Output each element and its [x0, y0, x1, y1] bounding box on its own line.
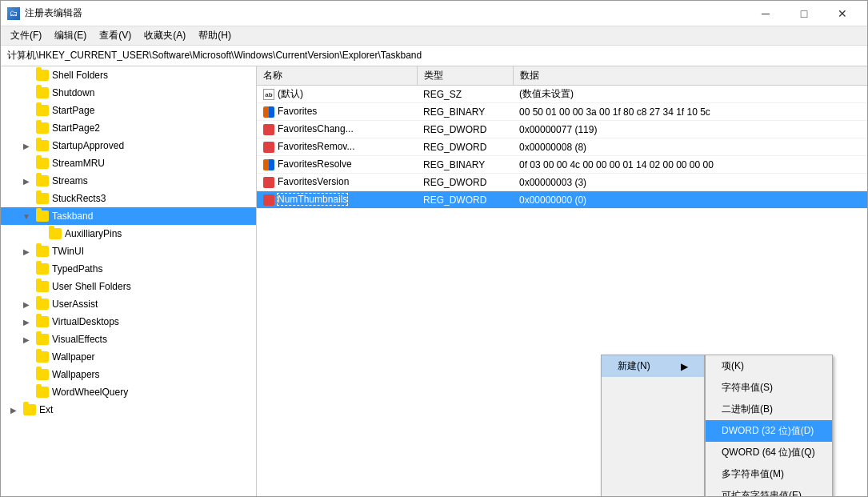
tree-label: User Shell Folders — [52, 281, 131, 292]
name-text: NumThumbnails — [278, 194, 347, 205]
tree-item[interactable]: Shell Folders — [1, 66, 256, 84]
tree-item[interactable]: ▶VirtualDesktops — [1, 313, 256, 331]
name-text: FavoritesRemov... — [278, 141, 354, 152]
window-controls: ─ □ ✕ — [747, 2, 861, 26]
folder-icon — [49, 228, 62, 239]
folder-icon — [36, 369, 49, 380]
table-row[interactable]: FavoritesResolve REG_BINARY 0f 03 00 00 … — [257, 156, 867, 174]
folder-icon — [36, 351, 49, 363]
sub-menu-item[interactable]: 项(K) — [706, 355, 832, 377]
menu-favorites[interactable]: 收藏夹(A) — [138, 27, 192, 44]
expand-spacer — [20, 122, 33, 134]
tree-item[interactable]: ▶StartupApproved — [1, 137, 256, 154]
tree-item[interactable]: ▶VisualEffects — [1, 331, 256, 348]
col-type[interactable]: 类型 — [417, 66, 513, 86]
folder-icon — [36, 193, 49, 204]
table-row[interactable]: ab(默认) REG_SZ (数值未设置) — [257, 86, 867, 103]
expand-icon[interactable]: ▶ — [20, 315, 33, 328]
expand-spacer — [20, 69, 33, 82]
table-row[interactable]: FavoritesVersion REG_DWORD 0x00000003 (3… — [257, 174, 867, 191]
new-label: 新建(N) — [618, 359, 650, 373]
folder-icon — [36, 299, 49, 310]
window-title: 注册表编辑器 — [25, 6, 747, 20]
context-menu-new[interactable]: 新建(N) ▶ — [602, 355, 704, 377]
expand-icon[interactable]: ▶ — [20, 298, 33, 311]
tree-item[interactable]: ▶Streams — [1, 172, 256, 190]
reg-icon-binary — [263, 106, 274, 118]
tree-pane: Shell FoldersShutdownStartPageStartPage2… — [1, 66, 257, 496]
tree-item[interactable]: User Shell Folders — [1, 278, 256, 295]
col-name[interactable]: 名称 — [257, 66, 417, 86]
tree-item[interactable]: Shutdown — [1, 84, 256, 102]
sub-menu-item[interactable]: 可扩充字符串值(E) — [706, 485, 832, 496]
tree-label: Streams — [52, 175, 88, 186]
minimize-button[interactable]: ─ — [747, 2, 784, 26]
tree-item[interactable]: StuckRects3 — [1, 190, 256, 207]
tree-label: UserAssist — [52, 299, 98, 310]
reg-type: REG_BINARY — [417, 103, 513, 121]
expand-icon[interactable]: ▼ — [20, 210, 33, 222]
sub-menu-item[interactable]: 多字符串值(M) — [706, 463, 832, 485]
sub-menu-item[interactable]: QWORD (64 位)值(Q) — [706, 442, 832, 463]
expand-icon[interactable]: ▶ — [20, 333, 33, 346]
reg-data: 0x00000008 (8) — [513, 138, 867, 156]
reg-name: FavoritesRemov... — [257, 138, 417, 156]
tree-label: Ext — [39, 404, 53, 415]
folder-icon — [36, 334, 49, 345]
expand-spacer — [20, 368, 33, 381]
expand-spacer — [20, 192, 33, 205]
table-row[interactable]: Favorites REG_BINARY 00 50 01 00 00 3a 0… — [257, 103, 867, 121]
tree-item[interactable]: Wallpaper — [1, 348, 256, 366]
tree-item[interactable]: AuxilliaryPins — [1, 225, 256, 242]
menu-bar: 文件(F) 编辑(E) 查看(V) 收藏夹(A) 帮助(H) — [1, 26, 867, 46]
main-window: 🗂 注册表编辑器 ─ □ ✕ 文件(F) 编辑(E) 查看(V) 收藏夹(A) … — [0, 0, 868, 497]
menu-help[interactable]: 帮助(H) — [192, 27, 238, 44]
table-row[interactable]: FavoritesRemov... REG_DWORD 0x00000008 (… — [257, 138, 867, 156]
sub-menu-item[interactable]: 二进制值(B) — [706, 399, 832, 420]
tree-item[interactable]: ▶Ext — [1, 401, 256, 419]
address-bar: 计算机\HKEY_CURRENT_USER\Software\Microsoft… — [1, 46, 867, 66]
tree-item[interactable]: Wallpapers — [1, 366, 256, 383]
expand-icon[interactable]: ▶ — [20, 174, 33, 187]
col-data[interactable]: 数据 — [513, 66, 867, 86]
submenu-arrow: ▶ — [681, 361, 688, 372]
reg-type: REG_DWORD — [417, 191, 513, 209]
tree-item[interactable]: WordWheelQuery — [1, 383, 256, 401]
menu-edit[interactable]: 编辑(E) — [48, 27, 93, 44]
reg-type: REG_SZ — [417, 86, 513, 103]
sub-menu-item[interactable]: 字符串值(S) — [706, 377, 832, 399]
folder-icon — [36, 158, 49, 169]
tree-item[interactable]: StreamMRU — [1, 154, 256, 172]
menu-view[interactable]: 查看(V) — [93, 27, 138, 44]
expand-icon[interactable]: ▶ — [20, 245, 33, 258]
tree-item[interactable]: ▼Taskband — [1, 207, 256, 225]
table-row[interactable]: FavoritesChang... REG_DWORD 0x00000077 (… — [257, 121, 867, 138]
tree-label: Taskband — [52, 210, 93, 222]
folder-icon — [36, 387, 49, 398]
tree-label: StreamMRU — [52, 158, 105, 169]
menu-file[interactable]: 文件(F) — [4, 27, 48, 44]
tree-item[interactable]: ▶TWinUI — [1, 242, 256, 260]
sub-menu-item[interactable]: DWORD (32 位)值(D) — [706, 420, 832, 442]
reg-name: Favorites — [257, 103, 417, 121]
main-content: Shell FoldersShutdownStartPageStartPage2… — [1, 66, 867, 496]
tree-item[interactable]: ▶UserAssist — [1, 295, 256, 313]
tree-scroll[interactable]: Shell FoldersShutdownStartPageStartPage2… — [1, 66, 256, 496]
address-text: 计算机\HKEY_CURRENT_USER\Software\Microsoft… — [7, 49, 422, 62]
folder-icon — [36, 263, 49, 275]
close-button[interactable]: ✕ — [824, 2, 861, 26]
expand-icon[interactable]: ▶ — [20, 139, 33, 152]
expand-icon[interactable]: ▶ — [7, 403, 20, 416]
tree-item[interactable]: TypedPaths — [1, 260, 256, 278]
table-row[interactable]: NumThumbnails REG_DWORD 0x00000000 (0) — [257, 191, 867, 209]
name-text: (默认) — [278, 88, 303, 99]
folder-icon — [36, 281, 49, 292]
folder-icon — [36, 122, 49, 134]
reg-data: 0f 03 00 00 4c 00 00 00 01 14 02 00 00 0… — [513, 156, 867, 174]
registry-table: 名称 类型 数据 ab(默认) REG_SZ (数值未设置) Favorites… — [257, 66, 867, 209]
tree-label: Wallpaper — [52, 351, 95, 363]
tree-item[interactable]: StartPage — [1, 102, 256, 119]
maximize-button[interactable]: □ — [786, 2, 822, 26]
context-menu-wrapper: 新建(N) ▶ 项(K)字符串值(S)二进制值(B)DWORD (32 位)值(… — [601, 355, 833, 496]
tree-item[interactable]: StartPage2 — [1, 119, 256, 137]
